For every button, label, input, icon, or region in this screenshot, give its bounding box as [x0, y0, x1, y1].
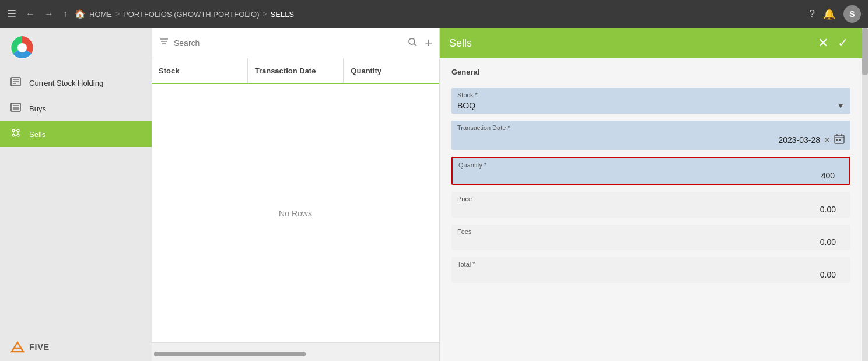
breadcrumb-sep1: >	[116, 10, 120, 18]
search-input[interactable]	[174, 38, 403, 48]
main-content: Current Stock Holding Buys	[0, 28, 868, 361]
svg-point-13	[17, 134, 19, 136]
list-scrollbar-thumb[interactable]	[154, 352, 306, 356]
back-button[interactable]: ←	[23, 8, 37, 20]
total-input[interactable]	[457, 270, 845, 279]
search-icon[interactable]	[408, 37, 418, 49]
stock-field: Stock * BOQ ▼	[452, 88, 850, 114]
svg-marker-18	[12, 342, 23, 352]
breadcrumb-current: SELLS	[271, 10, 294, 19]
total-label: Total *	[457, 261, 845, 268]
sidebar-logo	[0, 28, 152, 68]
svg-point-10	[12, 129, 15, 132]
sidebar-item-current-stock[interactable]: Current Stock Holding	[0, 70, 152, 96]
form-scrollbar[interactable]	[862, 28, 868, 361]
sidebar-item-buys-label: Buys	[29, 104, 46, 113]
form-body: General Stock * BOQ ▼ Transaction Date *…	[440, 58, 862, 361]
form-close-button[interactable]: ✕	[813, 36, 833, 51]
price-input[interactable]	[457, 205, 845, 214]
svg-point-23	[409, 38, 415, 44]
svg-rect-29	[836, 139, 838, 141]
price-field: Price	[452, 192, 850, 218]
svg-line-24	[414, 44, 416, 46]
list-toolbar: +	[152, 28, 439, 58]
transaction-date-value[interactable]: 2023-03-28	[457, 135, 820, 145]
list-header: Stock Transaction Date Quantity	[152, 58, 439, 84]
hamburger-icon[interactable]: ☰	[7, 8, 16, 20]
list-panel: + Stock Transaction Date Quantity No Row…	[152, 28, 440, 361]
sidebar-item-buys[interactable]: Buys	[0, 96, 152, 121]
column-stock: Stock	[152, 58, 248, 83]
calendar-icon[interactable]	[834, 134, 845, 146]
form-outer: Sells ✕ ✓ General Stock * BOQ ▼ Transact…	[440, 28, 868, 361]
add-button[interactable]: +	[425, 36, 432, 51]
column-transaction-date: Transaction Date	[248, 58, 344, 83]
home-icon: 🏠	[75, 9, 86, 19]
breadcrumb-portfolios[interactable]: PORTFOLIOS (GROWTH PORTFOLIO)	[123, 10, 260, 19]
up-button[interactable]: ↑	[61, 8, 70, 20]
nav-right: ? 🔔 S	[810, 5, 861, 23]
list-empty-message: No Rows	[152, 84, 439, 342]
quantity-field: Quantity *	[452, 157, 850, 185]
sells-icon	[9, 127, 22, 141]
help-button[interactable]: ?	[810, 8, 815, 20]
five-logo-icon	[9, 340, 26, 354]
transaction-date-clear-icon[interactable]: ✕	[824, 135, 831, 145]
sidebar-navigation: Current Stock Holding Buys	[0, 68, 152, 149]
sidebar: Current Stock Holding Buys	[0, 28, 152, 361]
transaction-date-label: Transaction Date *	[457, 124, 845, 131]
current-stock-icon	[9, 76, 22, 90]
buys-icon	[9, 101, 22, 115]
five-logo-label: FIVE	[29, 342, 50, 352]
price-label: Price	[457, 195, 845, 202]
column-quantity: Quantity	[344, 58, 439, 83]
sidebar-item-sells[interactable]: Sells	[0, 121, 152, 147]
total-row	[457, 270, 845, 279]
notifications-button[interactable]: 🔔	[823, 8, 835, 20]
form-confirm-button[interactable]: ✓	[833, 36, 853, 51]
form-panel: Sells ✕ ✓ General Stock * BOQ ▼ Transact…	[440, 28, 862, 361]
sidebar-footer: FIVE	[0, 333, 152, 361]
breadcrumb-sep2: >	[263, 10, 267, 18]
form-scrollbar-thumb[interactable]	[862, 28, 868, 75]
fees-label: Fees	[457, 228, 845, 235]
form-header: Sells ✕ ✓	[440, 28, 862, 58]
sidebar-item-current-stock-label: Current Stock Holding	[29, 79, 103, 87]
form-section-title: General	[452, 68, 850, 76]
navbar: ☰ ← → ↑ 🏠 HOME > PORTFOLIOS (GROWTH PORT…	[0, 0, 868, 28]
quantity-row	[459, 171, 844, 180]
total-field: Total *	[452, 257, 850, 283]
transaction-date-field: Transaction Date * 2023-03-28 ✕	[452, 121, 850, 150]
stock-dropdown-icon[interactable]: ▼	[836, 101, 845, 110]
list-scrollbar[interactable]	[152, 342, 439, 361]
form-title: Sells	[449, 37, 813, 50]
fees-field: Fees	[452, 225, 850, 250]
transaction-date-row: 2023-03-28 ✕	[457, 134, 845, 146]
stock-field-label: Stock *	[457, 92, 845, 99]
quantity-label: Quantity *	[459, 162, 844, 169]
fees-input[interactable]	[457, 237, 845, 247]
fees-row	[457, 237, 845, 247]
price-row	[457, 205, 845, 214]
svg-rect-30	[839, 139, 841, 141]
stock-value[interactable]: BOQ	[457, 101, 833, 110]
stock-field-row: BOQ ▼	[457, 101, 845, 110]
svg-point-12	[12, 134, 15, 136]
sidebar-item-sells-label: Sells	[29, 130, 46, 139]
quantity-input[interactable]	[459, 171, 844, 180]
forward-button[interactable]: →	[42, 8, 56, 20]
svg-point-11	[17, 129, 19, 132]
svg-point-1	[18, 43, 27, 52]
breadcrumb: 🏠 HOME > PORTFOLIOS (GROWTH PORTFOLIO) >…	[75, 9, 805, 19]
breadcrumb-home[interactable]: HOME	[89, 10, 112, 19]
user-avatar[interactable]: S	[844, 5, 861, 23]
filter-icon[interactable]	[159, 37, 169, 50]
logo-icon	[9, 35, 35, 61]
